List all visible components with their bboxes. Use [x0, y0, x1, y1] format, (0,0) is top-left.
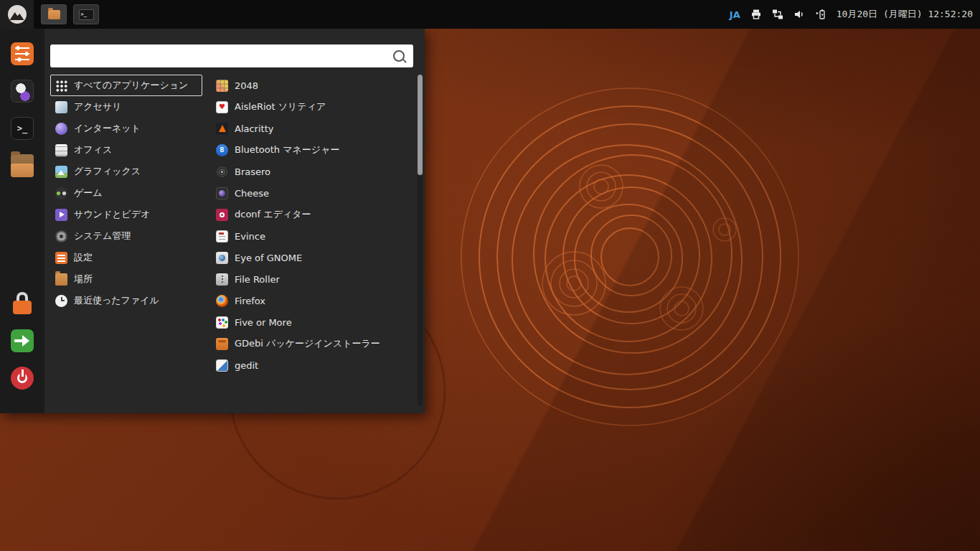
app-item-brasero[interactable]: Brasero: [211, 161, 413, 182]
menu-main: すべてのアプリケーション アクセサリ インターネット オフィス グラフィックス …: [44, 29, 425, 413]
app-item-evince[interactable]: Evince: [211, 225, 413, 247]
window-list: >_: [41, 4, 99, 24]
lock-screen-icon: [11, 292, 34, 315]
app-item-2048[interactable]: 2048: [211, 75, 413, 96]
app-label: File Roller: [235, 274, 280, 285]
gedit-icon: [216, 359, 228, 372]
category-item-accessories[interactable]: アクセサリ: [50, 96, 202, 118]
eog-icon: [216, 252, 228, 264]
category-label: グラフィックス: [74, 165, 141, 178]
app-item-gedit[interactable]: gedit: [211, 354, 413, 376]
category-item-recent[interactable]: 最近使ったファイル: [50, 290, 202, 311]
terminal-icon: [11, 117, 34, 140]
volume-icon[interactable]: [793, 9, 805, 20]
category-label: すべてのアプリケーション: [74, 79, 188, 92]
scrollbar-thumb[interactable]: [418, 75, 423, 175]
search-bar[interactable]: [50, 44, 413, 67]
favorite-file-manager[interactable]: [7, 151, 37, 181]
cheese-icon: [216, 187, 228, 199]
category-item-settings[interactable]: 設定: [50, 247, 202, 268]
app-label: Five or More: [235, 317, 292, 328]
file-roller-icon: [216, 273, 228, 286]
app-item-aisleriot[interactable]: AisleRiot ソリティア: [211, 96, 413, 118]
app-item-firefox[interactable]: Firefox: [211, 290, 413, 311]
app-item-file-roller[interactable]: File Roller: [211, 268, 413, 290]
category-label: インターネット: [74, 122, 141, 135]
app-item-gdebi[interactable]: GDebi パッケージインストーラー: [211, 333, 413, 354]
category-label: アクセサリ: [74, 100, 122, 113]
five-or-more-icon: [216, 316, 228, 329]
settings-icon: [55, 252, 67, 264]
category-label: 設定: [74, 251, 93, 264]
app-label: Alacritty: [235, 123, 273, 134]
network-icon[interactable]: [772, 9, 783, 20]
search-input[interactable]: [57, 50, 393, 62]
firefox-icon: [216, 295, 228, 307]
category-item-sound-video[interactable]: サウンドとビデオ: [50, 204, 202, 225]
app-item-eog[interactable]: Eye of GNOME: [211, 247, 413, 268]
app-label: dconf エディター: [235, 208, 311, 221]
category-label: 場所: [74, 273, 93, 286]
avatar-icon: [11, 80, 34, 103]
clock[interactable]: 10月20日 (月曜日) 12:52:20: [837, 8, 973, 21]
app-item-five-or-more[interactable]: Five or More: [211, 311, 413, 333]
app-list: 2048 AisleRiot ソリティア Alacritty Bluetooth…: [202, 75, 413, 376]
app-label: gedit: [235, 360, 258, 371]
graphics-icon: [55, 166, 67, 178]
favorite-avatar[interactable]: [7, 76, 37, 106]
internet-icon: [55, 123, 67, 135]
favorite-terminal[interactable]: [7, 113, 37, 143]
printer-icon[interactable]: [750, 9, 762, 20]
logout-button[interactable]: [7, 326, 37, 356]
category-item-internet[interactable]: インターネット: [50, 118, 202, 139]
file-manager-window-icon: [48, 10, 60, 19]
category-label: ゲーム: [74, 187, 103, 199]
app-label: Cheese: [235, 188, 269, 199]
app-label: Bluetooth マネージャー: [235, 143, 339, 156]
menu-button[interactable]: [0, 0, 34, 29]
app-label: GDebi パッケージインストーラー: [235, 337, 380, 350]
lock-screen-button[interactable]: [7, 288, 37, 319]
aisleriot-icon: [216, 101, 228, 113]
app-item-cheese[interactable]: Cheese: [211, 182, 413, 204]
favorite-control-center[interactable]: [7, 39, 37, 69]
category-item-all-apps[interactable]: すべてのアプリケーション: [50, 75, 202, 96]
recent-icon: [55, 295, 67, 307]
2048-icon: [216, 80, 228, 92]
gdebi-icon: [216, 338, 228, 350]
taskbar-window-file-manager[interactable]: [41, 4, 67, 24]
category-item-games[interactable]: ゲーム: [50, 182, 202, 204]
app-label: 2048: [235, 80, 258, 91]
accessories-icon: [55, 101, 67, 113]
brasero-icon: [216, 166, 228, 178]
category-item-office[interactable]: オフィス: [50, 139, 202, 161]
system-admin-icon: [55, 230, 67, 242]
all-apps-icon: [55, 80, 67, 92]
dconf-icon: [216, 209, 228, 221]
shutdown-button[interactable]: [7, 363, 37, 393]
scrollbar[interactable]: [418, 75, 423, 406]
top-panel: >_ JA 10月20日 (月曜日) 12:52:20: [0, 0, 980, 29]
battery-icon[interactable]: [815, 9, 826, 20]
app-label: Eye of GNOME: [235, 253, 302, 263]
menu-favorites-rail: [0, 29, 44, 413]
app-label: Firefox: [235, 296, 265, 306]
bluetooth-icon: [216, 144, 228, 156]
shutdown-icon: [11, 367, 34, 390]
search-icon: [393, 50, 405, 62]
input-method-indicator[interactable]: JA: [730, 9, 740, 20]
games-icon: [55, 187, 67, 199]
app-item-bluetooth[interactable]: Bluetooth マネージャー: [211, 139, 413, 161]
taskbar-window-terminal[interactable]: >_: [73, 4, 99, 24]
app-item-alacritty[interactable]: Alacritty: [211, 118, 413, 139]
sound-video-icon: [55, 209, 67, 221]
application-menu: すべてのアプリケーション アクセサリ インターネット オフィス グラフィックス …: [0, 29, 425, 413]
places-icon: [55, 273, 67, 286]
app-item-dconf[interactable]: dconf エディター: [211, 204, 413, 225]
category-label: サウンドとビデオ: [74, 208, 150, 221]
category-item-graphics[interactable]: グラフィックス: [50, 161, 202, 182]
menu-columns: すべてのアプリケーション アクセサリ インターネット オフィス グラフィックス …: [50, 75, 413, 376]
category-item-places[interactable]: 場所: [50, 268, 202, 290]
category-item-system-admin[interactable]: システム管理: [50, 225, 202, 247]
app-label: Evince: [235, 231, 265, 242]
